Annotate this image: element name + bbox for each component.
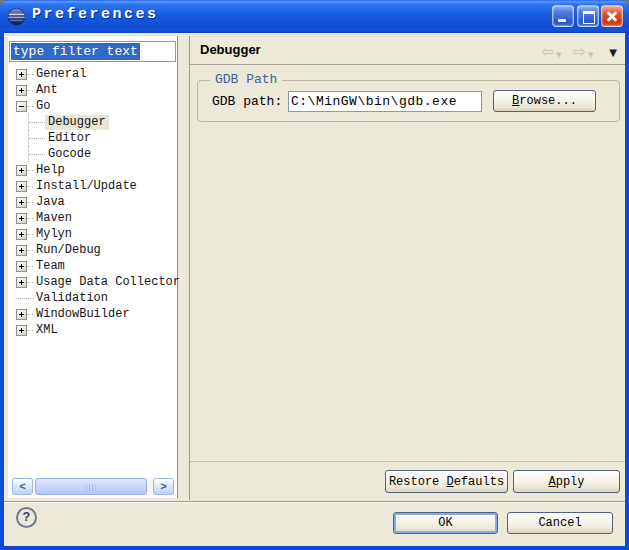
scroll-left-icon[interactable]: <: [12, 478, 33, 495]
forward-dropdown-icon[interactable]: ▼: [588, 51, 593, 59]
tree-item-java[interactable]: Java: [8, 194, 176, 210]
back-dropdown-icon[interactable]: ▼: [556, 51, 561, 59]
cancel-button[interactable]: Cancel: [507, 512, 613, 534]
question-icon: ?: [23, 510, 31, 525]
tree-item-windowbuilder[interactable]: WindowBuilder: [8, 306, 176, 322]
window-controls: [552, 5, 623, 27]
minimize-button[interactable]: [552, 5, 574, 27]
back-arrow-icon[interactable]: ⇦: [541, 45, 554, 60]
expand-plus-icon[interactable]: [16, 277, 27, 288]
collapse-minus-icon[interactable]: [16, 101, 27, 112]
tree-item-install-update[interactable]: Install/Update: [8, 178, 176, 194]
tree-item-usage-data-collector[interactable]: Usage Data Collector: [8, 274, 176, 290]
tree-item-label: Ant: [33, 83, 61, 98]
view-menu-icon[interactable]: ▼: [609, 47, 617, 58]
tree-item-label: Go: [33, 99, 53, 114]
thumb-grip-icon: [87, 484, 96, 491]
tree-item-label: Usage Data Collector: [33, 275, 183, 290]
expand-plus-icon[interactable]: [16, 245, 27, 256]
tree-item-xml[interactable]: XML: [8, 322, 176, 338]
tree-item-label: Maven: [33, 211, 75, 226]
tree-item-debugger[interactable]: Debugger: [8, 114, 176, 130]
page-title: Debugger: [200, 42, 261, 57]
tree-item-mylyn[interactable]: Mylyn: [8, 226, 176, 242]
tree-item-gocode[interactable]: Gocode: [8, 146, 176, 162]
expand-plus-icon[interactable]: [16, 325, 27, 336]
filter-selected-text: type filter text: [11, 43, 140, 60]
panel-sash[interactable]: [189, 36, 190, 500]
expand-plus-icon[interactable]: [16, 309, 27, 320]
gdb-path-group: GDB Path GDB path: Browse...: [197, 80, 620, 122]
scroll-right-icon[interactable]: >: [153, 478, 174, 495]
tree-item-label: Gocode: [45, 147, 94, 162]
close-button[interactable]: [601, 5, 623, 27]
expand-plus-icon[interactable]: [16, 213, 27, 224]
forward-arrow-icon[interactable]: ⇨: [573, 45, 586, 60]
maximize-button[interactable]: [577, 5, 599, 27]
tree-item-editor[interactable]: Editor: [8, 130, 176, 146]
expand-plus-icon[interactable]: [16, 197, 27, 208]
tree-item-label: Editor: [45, 131, 94, 146]
footer-separator: [4, 501, 625, 502]
tree-item-label: Run/Debug: [33, 243, 104, 258]
tree-item-maven[interactable]: Maven: [8, 210, 176, 226]
gdb-path-input[interactable]: [288, 91, 482, 112]
tree-item-label: XML: [33, 323, 61, 338]
tree-item-team[interactable]: Team: [8, 258, 176, 274]
titlebar: Preferences: [0, 0, 629, 33]
tree-item-label: Mylyn: [33, 227, 75, 242]
tree-item-help[interactable]: Help: [8, 162, 176, 178]
tree-item-label: WindowBuilder: [33, 307, 133, 322]
tree-item-label: General: [33, 67, 89, 82]
page-navigation: ⇦ ▼ ⇨ ▼ ▼: [541, 45, 617, 60]
eclipse-icon: [7, 7, 26, 26]
page-bottom-separator: [190, 461, 625, 462]
preferences-dialog: Preferences type filter text GeneralAntG…: [0, 0, 629, 550]
tree-item-label: Team: [33, 259, 68, 274]
gdb-path-label: GDB path:: [212, 94, 282, 109]
expand-plus-icon[interactable]: [16, 165, 27, 176]
tree-item-ant[interactable]: Ant: [8, 82, 176, 98]
tree-horizontal-scrollbar[interactable]: < >: [12, 478, 174, 495]
tree-item-go[interactable]: Go: [8, 98, 176, 114]
apply-button[interactable]: Apply: [513, 470, 620, 493]
left-panel: type filter text GeneralAntGoDebuggerEdi…: [8, 36, 178, 498]
restore-defaults-button[interactable]: Restore Defaults: [385, 470, 508, 493]
tree-connector-dots: [16, 298, 33, 299]
group-title: GDB Path: [210, 72, 282, 87]
expand-plus-icon[interactable]: [16, 69, 27, 80]
filter-input[interactable]: type filter text: [9, 41, 176, 62]
tree-item-validation[interactable]: Validation: [8, 290, 176, 306]
preference-tree: GeneralAntGoDebuggerEditorGocodeHelpInst…: [8, 66, 176, 338]
ok-button[interactable]: OK: [393, 512, 498, 534]
tree-item-label: Validation: [33, 291, 111, 306]
scrollbar-thumb[interactable]: [35, 478, 147, 495]
expand-plus-icon[interactable]: [16, 261, 27, 272]
expand-plus-icon[interactable]: [16, 229, 27, 240]
dialog-body: type filter text GeneralAntGoDebuggerEdi…: [4, 33, 625, 546]
tree-item-label: Debugger: [45, 115, 109, 130]
tree-item-label: Install/Update: [33, 179, 140, 194]
tree-connector-dots: [29, 122, 45, 123]
browse-button[interactable]: Browse...: [493, 90, 596, 112]
expand-plus-icon[interactable]: [16, 181, 27, 192]
tree-connector-dots: [29, 138, 45, 139]
window-title: Preferences: [32, 6, 159, 23]
help-button[interactable]: ?: [16, 507, 37, 528]
header-separator: [190, 64, 625, 65]
tree-item-label: Java: [33, 195, 68, 210]
tree-item-run-debug[interactable]: Run/Debug: [8, 242, 176, 258]
expand-plus-icon[interactable]: [16, 85, 27, 96]
tree-item-label: Help: [33, 163, 68, 178]
tree-connector-dots: [29, 154, 45, 155]
tree-item-general[interactable]: General: [8, 66, 176, 82]
